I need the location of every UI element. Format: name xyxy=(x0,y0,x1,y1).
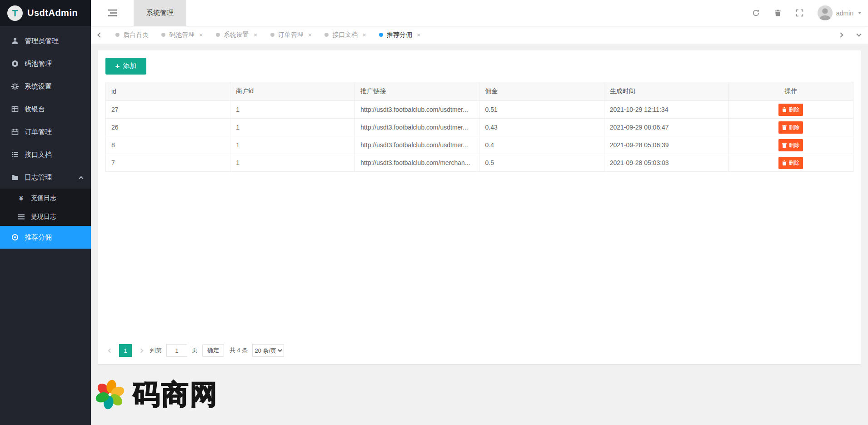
col-header-commission: 佣金 xyxy=(479,82,604,101)
sidebar-item-commission[interactable]: 推荐分佣 xyxy=(0,226,91,249)
sidebar-menu: 管理员管理 码池管理 系统设置 收银台 订单管理 xyxy=(0,26,91,249)
sidebar-item-pool-management[interactable]: 码池管理 xyxy=(0,52,91,75)
menu-toggle-icon[interactable] xyxy=(91,0,134,26)
content-area: + 添加 id 商户id 推广链接 佣金 生成时间 操作 27 xyxy=(91,44,868,425)
tabs-scroll-right[interactable] xyxy=(832,33,850,37)
sidebar-item-admin-management[interactable]: 管理员管理 xyxy=(0,30,91,52)
goto-page-input[interactable] xyxy=(166,344,187,357)
tabbar-controls xyxy=(832,33,868,37)
tab-settings[interactable]: 系统设置 × xyxy=(210,26,264,44)
confirm-button[interactable]: 确定 xyxy=(202,344,224,357)
cell-actions: 删除 xyxy=(728,154,853,172)
chevron-up-icon xyxy=(79,176,84,180)
cell-merchant-id: 1 xyxy=(230,136,355,154)
delete-button[interactable]: 删除 xyxy=(778,121,803,134)
grid-icon xyxy=(11,105,19,113)
cell-id: 7 xyxy=(106,154,230,172)
sidebar-item-label: 提现日志 xyxy=(31,213,56,221)
sidebar-item-order-management[interactable]: 订单管理 xyxy=(0,120,91,143)
next-page-button[interactable] xyxy=(136,349,145,352)
brand-flower-icon xyxy=(93,377,127,412)
list-icon xyxy=(17,213,25,220)
delete-button-label: 删除 xyxy=(788,106,799,114)
trash-icon xyxy=(782,125,787,130)
goto-page-suffix: 页 xyxy=(192,346,198,355)
trash-icon[interactable] xyxy=(774,9,782,17)
sidebar-item-log-management[interactable]: 日志管理 xyxy=(0,166,91,189)
cell-id: 27 xyxy=(106,101,230,119)
cell-merchant-id: 1 xyxy=(230,154,355,172)
tab-orders[interactable]: 订单管理 × xyxy=(264,26,319,44)
close-icon[interactable]: × xyxy=(362,31,366,38)
tab-status-dot xyxy=(216,33,220,37)
sidebar-item-label: 系统设置 xyxy=(25,82,52,91)
tab-label: 后台首页 xyxy=(123,31,149,39)
sidebar-item-label: 接口文档 xyxy=(25,150,52,159)
user-menu[interactable]: admin xyxy=(818,5,862,20)
sidebar-item-label: 日志管理 xyxy=(25,173,52,182)
sidebar-item-withdraw-log[interactable]: 提现日志 xyxy=(0,207,91,226)
sidebar-item-label: 订单管理 xyxy=(25,128,52,136)
col-header-link: 推广链接 xyxy=(355,82,479,101)
tether-logo-icon: T xyxy=(7,5,23,21)
chevron-left-icon xyxy=(108,348,112,353)
page-size-select[interactable]: 20 条/页 xyxy=(252,344,284,357)
sidebar-item-api-docs[interactable]: 接口文档 xyxy=(0,143,91,166)
coin-ring-icon xyxy=(11,234,19,241)
sidebar-item-recharge-log[interactable]: ¥ 充值日志 xyxy=(0,189,91,207)
tabs-scroll-left[interactable] xyxy=(91,26,109,44)
delete-button-label: 删除 xyxy=(788,159,799,167)
chevron-left-icon xyxy=(97,32,102,37)
cell-link: http://usdt3.footbalclub.com/usdtmer... xyxy=(355,119,479,136)
chevron-down-icon xyxy=(858,12,862,14)
page-number-current[interactable]: 1 xyxy=(119,344,132,357)
delete-button[interactable]: 删除 xyxy=(778,139,803,151)
avatar xyxy=(818,5,833,20)
trash-icon xyxy=(782,107,787,112)
trash-icon xyxy=(782,143,787,148)
add-button[interactable]: + 添加 xyxy=(105,58,146,75)
close-icon[interactable]: × xyxy=(199,31,203,38)
cell-created: 2021-09-28 05:06:39 xyxy=(604,136,728,154)
cell-commission: 0.4 xyxy=(479,136,604,154)
cell-commission: 0.51 xyxy=(479,101,604,119)
close-icon[interactable]: × xyxy=(308,31,312,38)
cell-link: http://usdt3.footbalclub.com/merchan... xyxy=(355,154,479,172)
delete-button[interactable]: 删除 xyxy=(778,157,803,169)
delete-button[interactable]: 删除 xyxy=(778,104,803,116)
refresh-icon[interactable] xyxy=(752,9,760,17)
sidebar-item-system-settings[interactable]: 系统设置 xyxy=(0,75,91,98)
cell-actions: 删除 xyxy=(728,101,853,119)
tab-pool[interactable]: 码池管理 × xyxy=(155,26,210,44)
list-icon xyxy=(11,151,19,159)
close-icon[interactable]: × xyxy=(254,31,258,38)
cell-merchant-id: 1 xyxy=(230,101,355,119)
tab-docs[interactable]: 接口文档 × xyxy=(318,26,373,44)
footer-brand: 码商网 xyxy=(93,364,861,425)
col-header-created: 生成时间 xyxy=(604,82,728,101)
sidebar: T UsdtAdmin 管理员管理 码池管理 系统设置 收银台 xyxy=(0,0,91,425)
tab-commission[interactable]: 推荐分佣 × xyxy=(373,26,427,44)
tab-label: 推荐分佣 xyxy=(387,31,412,39)
sidebar-item-cashier[interactable]: 收银台 xyxy=(0,98,91,120)
tab-label: 订单管理 xyxy=(278,31,304,39)
user-icon xyxy=(11,37,19,45)
cell-merchant-id: 1 xyxy=(230,119,355,136)
commission-table: id 商户id 推广链接 佣金 生成时间 操作 27 1 http://usdt… xyxy=(105,82,853,172)
fullscreen-icon[interactable] xyxy=(796,9,804,17)
tabbar: 后台首页 码池管理 × 系统设置 × 订单管理 × 接口文档 × 推荐分佣 × xyxy=(91,26,868,44)
topnav-tab-system[interactable]: 系统管理 xyxy=(134,0,186,26)
cell-link: http://usdt3.footbalclub.com/usdtmer... xyxy=(355,136,479,154)
tab-status-dot xyxy=(270,33,274,37)
tabs-menu-toggle[interactable] xyxy=(850,34,868,36)
goto-label: 到第 xyxy=(150,346,162,355)
cell-created: 2021-09-29 08:06:47 xyxy=(604,119,728,136)
col-header-actions: 操作 xyxy=(728,82,853,101)
close-icon[interactable]: × xyxy=(417,31,421,38)
folder-icon xyxy=(11,174,19,181)
prev-page-button[interactable] xyxy=(105,349,115,352)
yen-icon: ¥ xyxy=(17,194,25,202)
total-count-label: 共 4 条 xyxy=(229,346,248,355)
tab-status-dot xyxy=(324,33,329,37)
tab-home[interactable]: 后台首页 xyxy=(109,26,155,44)
